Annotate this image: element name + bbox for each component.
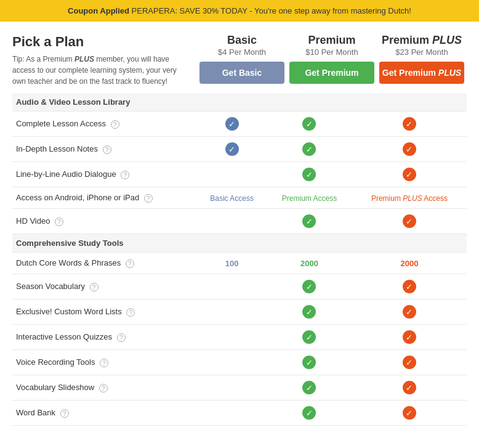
basic-lesson-quizzes	[197, 325, 267, 350]
get-premium-plus-button[interactable]: Get Premium PLUS	[379, 62, 464, 84]
plus-complete-lesson: ✓	[352, 112, 467, 137]
check-orange-icon: ✓	[403, 142, 416, 156]
check-green-icon: ✓	[302, 142, 316, 156]
premium-plus-plan-price: $23 Per Month	[379, 47, 464, 57]
check-green-icon: ✓	[302, 406, 316, 420]
basic-plan-name: Basic	[199, 34, 284, 47]
help-icon[interactable]: ?	[117, 333, 126, 342]
pick-plan-column: Pick a Plan Tip: As a Premium PLUS membe…	[12, 34, 197, 87]
check-orange-icon: ✓	[403, 330, 416, 344]
feature-lesson-notes: In-Depth Lesson Notes ?	[12, 137, 197, 162]
premium-access-label: Premium Access	[282, 194, 337, 203]
basic-plan-price: $4 Per Month	[199, 47, 284, 57]
table-row: Exclusive! Custom Word Lists ? ✓ ✓	[12, 299, 467, 325]
premium-lesson-quizzes: ✓	[267, 325, 352, 350]
check-green-icon: ✓	[302, 305, 316, 319]
check-orange-icon: ✓	[403, 305, 416, 319]
feature-word-bank: Word Bank ?	[12, 401, 197, 426]
basic-word-bank	[197, 401, 267, 426]
check-orange-icon: ✓	[403, 214, 416, 228]
table-row: In-Depth Lesson Notes ? ✓ ✓ ✓	[12, 137, 467, 162]
plus-voice-recording: ✓	[352, 350, 467, 375]
section-audio-video: Audio & Video Lesson Library	[12, 93, 467, 112]
page-title: Pick a Plan	[12, 34, 191, 50]
plus-hd-video: ✓	[352, 209, 467, 234]
feature-complete-lesson: Complete Lesson Access ?	[12, 112, 197, 137]
premium-plus-plan-name: Premium PLUS	[379, 34, 464, 47]
plus-access-label: Premium PLUS Access	[371, 194, 448, 203]
plus-mobile-access: Premium PLUS Access	[352, 187, 467, 209]
coupon-code: PERAPERA: SAVE 30% TODAY - You're one st…	[132, 6, 411, 15]
feature-mobile-access: Access on Android, iPhone or iPad ?	[12, 187, 197, 209]
check-green-icon: ✓	[302, 214, 316, 228]
plus-dutch-words: 2000	[352, 253, 467, 274]
help-icon[interactable]: ?	[126, 308, 135, 317]
table-row: Access on Android, iPhone or iPad ? Basi…	[12, 187, 467, 209]
basic-dutch-words: 100	[197, 253, 267, 274]
plus-audio-dialogue: ✓	[352, 162, 467, 187]
premium-word-bank: ✓	[267, 401, 352, 426]
table-row: Word Bank ? ✓ ✓	[12, 401, 467, 426]
help-icon[interactable]: ?	[144, 194, 153, 203]
help-icon[interactable]: ?	[55, 218, 63, 226]
premium-season-vocab: ✓	[267, 274, 352, 299]
basic-complete-lesson: ✓	[197, 112, 267, 137]
premium-audio-dialogue: ✓	[267, 162, 352, 187]
feature-hd-video: HD Video ?	[12, 209, 197, 234]
coupon-banner: Coupon Applied PERAPERA: SAVE 30% TODAY …	[0, 0, 479, 22]
check-orange-icon: ✓	[403, 280, 416, 293]
help-icon[interactable]: ?	[103, 145, 111, 154]
plus-word-lists: ✓	[352, 299, 467, 325]
feature-dutch-words: Dutch Core Words & Phrases ?	[12, 253, 197, 274]
check-orange-icon: ✓	[403, 168, 416, 181]
plan-description: Tip: As a Premium PLUS member, you will …	[12, 54, 191, 87]
basic-voice-recording	[197, 350, 267, 375]
get-premium-button[interactable]: Get Premium	[289, 62, 374, 84]
check-orange-icon: ✓	[403, 406, 416, 420]
help-icon[interactable]: ?	[60, 409, 69, 418]
basic-audio-dialogue	[197, 162, 267, 187]
plus-words-count: 2000	[400, 259, 418, 268]
table-row: Season Vocabulary ? ✓ ✓	[12, 274, 467, 299]
premium-lesson-notes: ✓	[267, 137, 352, 162]
feature-voice-recording: Voice Recording Tools ?	[12, 350, 197, 375]
check-orange-icon: ✓	[403, 381, 416, 394]
table-row: HD Video ? ✓ ✓	[12, 209, 467, 234]
table-row: Line-by-Line Audio Dialogue ? ✓ ✓	[12, 162, 467, 187]
premium-complete-lesson: ✓	[267, 112, 352, 137]
premium-plan-price: $10 Per Month	[289, 47, 374, 57]
table-row: Voice Recording Tools ? ✓ ✓	[12, 350, 467, 375]
help-icon[interactable]: ?	[121, 171, 129, 179]
basic-words-count: 100	[225, 259, 239, 268]
premium-words-count: 2000	[300, 259, 318, 268]
basic-vocab-slideshow	[197, 375, 267, 401]
premium-dutch-words: 2000	[267, 253, 352, 274]
get-basic-button[interactable]: Get Basic	[199, 62, 284, 84]
check-green-icon: ✓	[302, 381, 316, 394]
help-icon[interactable]: ?	[99, 384, 108, 393]
help-icon[interactable]: ?	[126, 259, 134, 268]
section-study-tools: Comprehensive Study Tools	[12, 234, 467, 253]
check-orange-icon: ✓	[403, 356, 416, 369]
basic-season-vocab	[197, 274, 267, 299]
header-section: Pick a Plan Tip: As a Premium PLUS membe…	[12, 34, 467, 87]
feature-season-vocab: Season Vocabulary ?	[12, 274, 197, 299]
feature-audio-dialogue: Line-by-Line Audio Dialogue ?	[12, 162, 197, 187]
help-icon[interactable]: ?	[100, 359, 108, 367]
check-blue-icon: ✓	[225, 117, 239, 131]
premium-plan-name: Premium	[289, 34, 374, 47]
table-row: Dutch Core Words & Phrases ? 100 2000 20…	[12, 253, 467, 274]
plus-season-vocab: ✓	[352, 274, 467, 299]
help-icon[interactable]: ?	[90, 283, 99, 291]
feature-lesson-quizzes: Interactive Lesson Quizzes ?	[12, 325, 197, 350]
basic-access-label: Basic Access	[210, 194, 254, 203]
plan-basic-header: Basic $4 Per Month Get Basic	[197, 34, 287, 84]
check-green-icon: ✓	[302, 168, 316, 181]
check-blue-icon: ✓	[225, 142, 239, 156]
feature-vocab-slideshow: Vocabulary Slideshow ?	[12, 375, 197, 401]
basic-mobile-access: Basic Access	[197, 187, 267, 209]
check-green-icon: ✓	[302, 117, 316, 131]
table-row: Vocabulary Slideshow ? ✓ ✓	[12, 375, 467, 401]
help-icon[interactable]: ?	[111, 120, 119, 129]
premium-voice-recording: ✓	[267, 350, 352, 375]
